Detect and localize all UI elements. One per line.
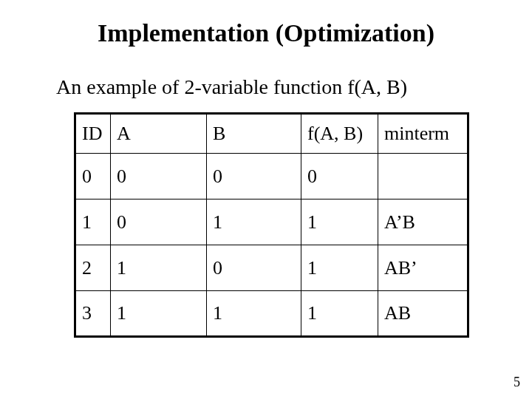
cell-b: 1	[207, 291, 301, 337]
header-a: A	[111, 114, 207, 154]
table-row: 2 1 0 1 AB’	[75, 245, 468, 291]
cell-a: 0	[111, 200, 207, 245]
cell-a: 1	[111, 245, 207, 291]
page-number: 5	[514, 375, 520, 390]
cell-minterm: AB	[378, 291, 468, 337]
cell-minterm: A’B	[378, 200, 468, 245]
cell-minterm	[378, 154, 468, 200]
slide: Implementation (Optimization) An example…	[0, 0, 532, 399]
header-b: B	[207, 114, 301, 154]
slide-subtitle: An example of 2-variable function f(A, B…	[56, 75, 407, 99]
cell-f: 1	[301, 291, 378, 337]
cell-minterm: AB’	[378, 245, 468, 291]
table-header-row: ID A B f(A, B) minterm	[75, 114, 468, 154]
header-f: f(A, B)	[301, 114, 378, 154]
table-row: 3 1 1 1 AB	[75, 291, 468, 337]
cell-id: 0	[75, 154, 111, 200]
cell-id: 3	[75, 291, 111, 337]
slide-title: Implementation (Optimization)	[0, 19, 532, 47]
cell-f: 1	[301, 245, 378, 291]
header-id: ID	[75, 114, 111, 154]
cell-b: 1	[207, 200, 301, 245]
header-minterm: minterm	[378, 114, 468, 154]
cell-id: 2	[75, 245, 111, 291]
truth-table: ID A B f(A, B) minterm 0 0 0 0 1 0 1 1 A…	[74, 112, 469, 338]
cell-id: 1	[75, 200, 111, 245]
cell-b: 0	[207, 154, 301, 200]
cell-a: 1	[111, 291, 207, 337]
cell-f: 0	[301, 154, 378, 200]
cell-a: 0	[111, 154, 207, 200]
cell-f: 1	[301, 200, 378, 245]
cell-b: 0	[207, 245, 301, 291]
table-row: 1 0 1 1 A’B	[75, 200, 468, 245]
table-row: 0 0 0 0	[75, 154, 468, 200]
